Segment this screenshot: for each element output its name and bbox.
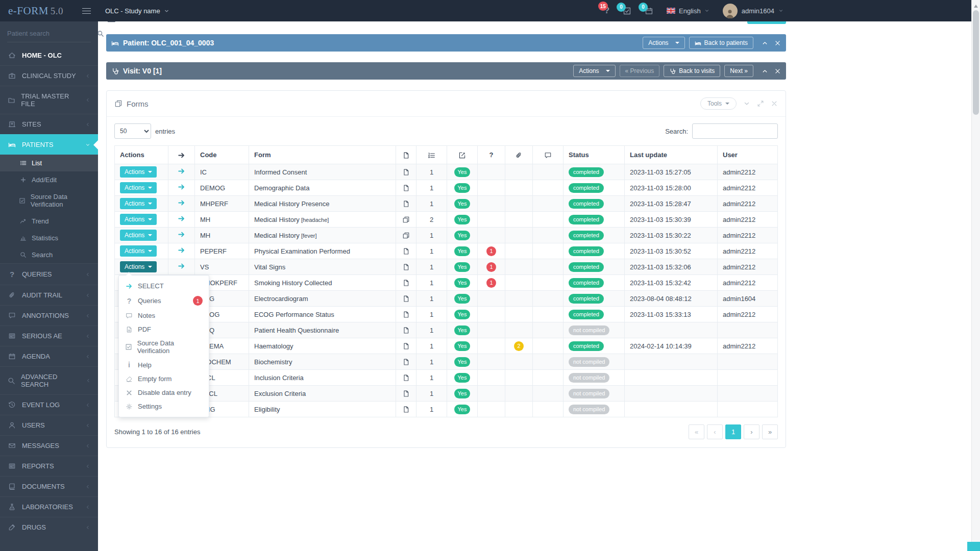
- history-icon: [8, 401, 16, 409]
- sidebar-subitem-trend[interactable]: Trend: [0, 213, 98, 230]
- help-notifications-icon[interactable]: ? 15: [604, 6, 609, 16]
- row-actions-button[interactable]: Actions: [120, 214, 157, 225]
- sidebar-item-drugs[interactable]: DRUGS: [0, 517, 98, 537]
- study-selector[interactable]: OLC - Study name: [105, 7, 169, 15]
- tools-button[interactable]: Tools: [700, 97, 737, 110]
- row-actions-button[interactable]: Actions: [120, 245, 157, 257]
- copies-cell: 1: [416, 228, 447, 243]
- arrow-right-icon[interactable]: [178, 262, 185, 270]
- sidebar-item-clinical-study[interactable]: CLINICAL STUDY: [0, 65, 98, 86]
- data-entry-cell: Yes: [447, 212, 478, 228]
- table-search-input[interactable]: [692, 123, 778, 139]
- pager-button[interactable]: ‹: [707, 424, 723, 439]
- sidebar-item-patients[interactable]: PATIENTS: [0, 134, 98, 155]
- sidebar-item-reports[interactable]: REPORTS: [0, 456, 98, 476]
- menu-item-disable-data-entry[interactable]: Disable data entry: [119, 386, 209, 399]
- sidebar-item-audit-trail[interactable]: AUDIT TRAIL: [0, 285, 98, 305]
- arrow-right-icon[interactable]: [178, 167, 185, 175]
- quick-nav-toggle[interactable]: [967, 542, 980, 551]
- sidebar-subitem-source-data-verification[interactable]: Source Data Verification: [0, 188, 98, 213]
- status-badge: completed: [569, 167, 604, 177]
- messages-icon[interactable]: 0: [623, 7, 631, 15]
- doc-type-cell: [396, 291, 416, 307]
- sidebar-item-trial-master-file[interactable]: TRIAL MASTER FILE: [0, 86, 98, 114]
- arrow-right-icon[interactable]: [178, 215, 185, 222]
- attachments-badge: 2: [514, 341, 524, 351]
- user-icon: [8, 421, 16, 429]
- previous-visit-button[interactable]: « Previous: [620, 65, 660, 77]
- arrow-right-icon[interactable]: [178, 246, 185, 254]
- page-scrollbar[interactable]: [971, 0, 980, 551]
- collapse-icon[interactable]: [762, 68, 768, 74]
- menu-item-empty-form[interactable]: Empty form: [119, 372, 209, 386]
- sidebar-item-documents[interactable]: DOCUMENTS: [0, 476, 98, 496]
- page-button-1[interactable]: 1: [725, 424, 741, 439]
- sidebar-item-home-olc[interactable]: HOME - OLC: [0, 45, 98, 65]
- collapse-panel-icon[interactable]: [743, 100, 750, 107]
- user-menu[interactable]: admin1604: [723, 4, 783, 18]
- user-cell: admin1604: [718, 291, 778, 307]
- sidebar-subitem-statistics[interactable]: Statistics: [0, 230, 98, 246]
- menu-item-settings[interactable]: Settings: [119, 399, 209, 413]
- code-cell: MH: [195, 228, 249, 243]
- language-selector[interactable]: English: [667, 7, 709, 15]
- chevron-left-icon: [83, 122, 92, 127]
- arrow-right-icon[interactable]: [178, 183, 185, 191]
- menu-item-queries[interactable]: ?Queries1: [119, 293, 209, 309]
- sidebar-item-messages[interactable]: MESSAGES: [0, 435, 98, 456]
- fullscreen-icon[interactable]: [757, 100, 764, 107]
- sidebar-item-queries[interactable]: ?QUERIES: [0, 263, 98, 285]
- home-icon: [8, 52, 16, 59]
- scroll-up-arrow-icon[interactable]: [974, 3, 978, 8]
- patient-search-input[interactable]: [7, 30, 97, 37]
- menu-item-source-data-verification[interactable]: Source Data Verification: [119, 336, 209, 358]
- close-icon[interactable]: [774, 40, 781, 46]
- notes-cell: [533, 370, 564, 386]
- sidebar-item-agenda[interactable]: AGENDA: [0, 346, 98, 366]
- data-entry-cell: Yes: [447, 307, 478, 322]
- row-actions-button[interactable]: Actions: [120, 261, 157, 272]
- sidebar-subitem-label: Trend: [32, 217, 48, 225]
- patient-actions-button[interactable]: Actions: [643, 37, 684, 49]
- back-to-visits-button[interactable]: Back to visits: [664, 65, 720, 77]
- pager-button[interactable]: »: [762, 424, 778, 439]
- row-actions-button[interactable]: Actions: [120, 182, 157, 193]
- agenda-icon[interactable]: 0: [645, 7, 653, 15]
- back-to-patients-button[interactable]: Back to patients: [689, 37, 753, 49]
- sidebar-item-serious-ae[interactable]: SERIOUS AE: [0, 325, 98, 346]
- visit-actions-button[interactable]: Actions: [573, 65, 615, 77]
- close-icon[interactable]: [774, 68, 781, 74]
- sidebar-item-advanced-search[interactable]: ADVANCED SEARCH: [0, 366, 98, 394]
- menu-item-notes[interactable]: Notes: [119, 309, 209, 322]
- search-icon[interactable]: [97, 30, 104, 37]
- sidebar-item-laboratories[interactable]: LABORATORIES: [0, 496, 98, 517]
- sidebar-item-sites[interactable]: SITES: [0, 114, 98, 134]
- row-actions-button[interactable]: Actions: [120, 166, 157, 178]
- column-last-update-header: Last update: [625, 146, 718, 164]
- notes-cell: [533, 164, 564, 180]
- next-visit-button[interactable]: Next »: [724, 65, 753, 77]
- collapse-icon[interactable]: [762, 40, 768, 46]
- menu-item-select[interactable]: SELECT: [119, 279, 209, 293]
- page-icon: [402, 327, 410, 334]
- pager-button[interactable]: «: [689, 424, 704, 439]
- row-actions-button[interactable]: Actions: [120, 230, 157, 241]
- row-actions-button[interactable]: Actions: [120, 198, 157, 209]
- sidebar-subitem-add-edit[interactable]: Add/Edit: [0, 171, 98, 188]
- pager-button[interactable]: ›: [744, 424, 760, 439]
- eraser-icon: [125, 375, 133, 383]
- scrollbar-thumb[interactable]: [973, 10, 979, 115]
- page-size-select[interactable]: 50: [114, 123, 151, 139]
- sidebar-toggle-icon[interactable]: [82, 6, 91, 16]
- sidebar-item-annotations[interactable]: ANNOTATIONS: [0, 305, 98, 325]
- menu-item-pdf[interactable]: PDF: [119, 322, 209, 336]
- sidebar-subitem-list[interactable]: List: [0, 155, 98, 171]
- arrow-right-icon[interactable]: [178, 231, 185, 238]
- close-panel-icon[interactable]: [771, 100, 778, 107]
- sidebar-item-event-log[interactable]: EVENT LOG: [0, 394, 98, 415]
- menu-item-help[interactable]: iHelp: [119, 358, 209, 372]
- book-icon: [8, 483, 16, 490]
- arrow-right-icon[interactable]: [178, 199, 185, 207]
- sidebar-subitem-search[interactable]: Search: [0, 246, 98, 263]
- sidebar-item-users[interactable]: USERS: [0, 415, 98, 435]
